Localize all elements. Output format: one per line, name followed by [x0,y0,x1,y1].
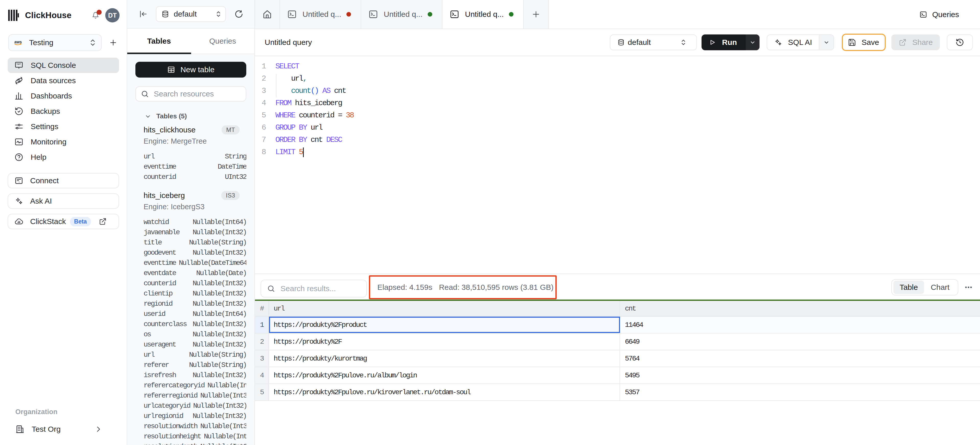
svg-text:aws: aws [14,40,22,44]
